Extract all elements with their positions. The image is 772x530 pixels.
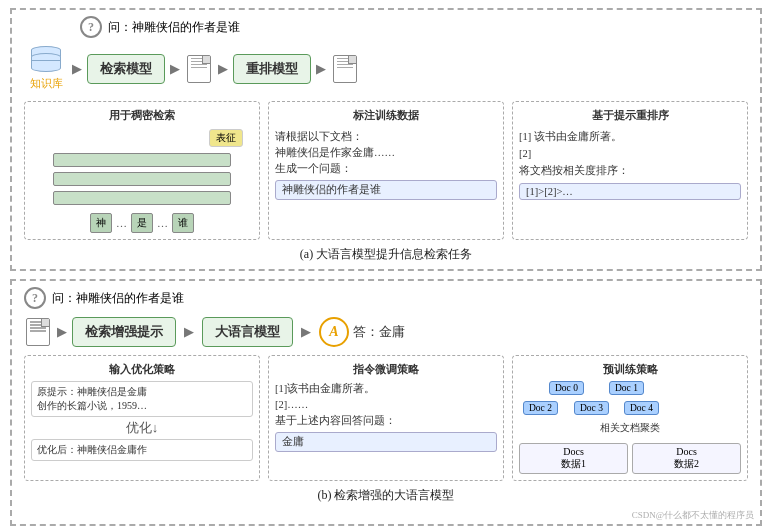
docs-box-2: Docs 数据2 (632, 443, 741, 474)
llm-box: 大语言模型 (202, 317, 293, 347)
training-line-1: 请根据以下文档： (275, 129, 497, 145)
data-label-2: 数据2 (637, 457, 736, 471)
training-query: 神雕侠侣的作者是谁 (275, 180, 497, 200)
docs-box-row: Docs 数据1 Docs 数据2 (519, 443, 741, 474)
cluster-label: 相关文档聚类 (519, 421, 741, 435)
token-3: 谁 (172, 213, 194, 233)
token-row: 神 … 是 … 谁 (31, 213, 253, 233)
arrow-3 (218, 61, 228, 77)
detail-box-retrieval: 用于稠密检索 表征 神 … 是 … 谁 (24, 101, 260, 240)
doc-3: Doc 3 (574, 401, 609, 415)
optimize-arrow: 优化↓ (31, 419, 253, 437)
training-line-2: 神雕侠侣是作家金庸…… (275, 145, 497, 161)
watermark: CSDN@什么都不太懂的程序员 (632, 509, 754, 522)
arrow-4 (316, 61, 326, 77)
bottom-arrow-2 (184, 324, 194, 340)
question-mark-icon: ? (80, 16, 102, 38)
detail-rerank-title: 基于提示重排序 (519, 108, 741, 123)
top-pipeline-row: 知识库 检索模型 重排模型 (20, 46, 752, 91)
bottom-doc-icon (26, 318, 50, 346)
bottom-section-label: (b) 检索增强的大语言模型 (20, 485, 752, 506)
doc-0: Doc 0 (549, 381, 584, 395)
bottom-instruct-title: 指令微调策略 (275, 362, 497, 377)
rerank-ranking: [1]>[2]>… (519, 183, 741, 200)
db-icon (31, 46, 63, 74)
top-section: ? 问：神雕侠侣的作者是谁 知识库 检索模型 (10, 8, 762, 271)
original-prompt-box: 原提示：神雕侠侣是金庸 创作的长篇小说，1959… (31, 381, 253, 417)
bottom-detail-box-pretrain: 预训练策略 Doc 0 Doc 1 Doc 2 Doc 3 Doc 4 相关文档… (512, 355, 748, 481)
original-prompt-text: 原提示：神雕侠侣是金庸 (37, 385, 247, 399)
answer-a-icon: A (329, 324, 338, 340)
detail-box-training: 标注训练数据 请根据以下文档： 神雕侠侣是作家金庸…… 生成一个问题： 神雕侠侣… (268, 101, 504, 240)
instruct-line-3: 基于上述内容回答问题： (275, 413, 497, 429)
token-1: 神 (90, 213, 112, 233)
docs-label-2: Docs (637, 446, 736, 457)
bottom-detail-box-instruct: 指令微调策略 [1]该书由金庸所著。 [2]…… 基于上述内容回答问题： 金庸 (268, 355, 504, 481)
doc-cluster: Doc 0 Doc 1 Doc 2 Doc 3 Doc 4 相关文档聚类 (519, 381, 741, 441)
repr-badge: 表征 (209, 129, 243, 147)
rerank-line-2: [2] (519, 146, 741, 163)
instruct-line-1: [1]该书由金庸所著。 (275, 381, 497, 397)
vector-bar-2 (53, 172, 231, 186)
vector-bar-1 (53, 153, 231, 167)
bottom-question-mark-icon: ? (24, 287, 46, 309)
main-container: ? 问：神雕侠侣的作者是谁 知识库 检索模型 (0, 0, 772, 530)
detail-retrieval-title: 用于稠密检索 (31, 108, 253, 123)
bottom-question-row: ? 问：神雕侠侣的作者是谁 (20, 287, 752, 309)
rerank-model-box: 重排模型 (233, 54, 311, 84)
doc-1: Doc 1 (609, 381, 644, 395)
retrieval-diagram: 表征 神 … 是 … 谁 (31, 129, 253, 233)
docs-box-1: Docs 数据1 (519, 443, 628, 474)
answer-bubble: A 答：金庸 (319, 317, 405, 347)
top-question-row: ? 问：神雕侠侣的作者是谁 (20, 16, 752, 38)
doc-4: Doc 4 (624, 401, 659, 415)
training-text: 请根据以下文档： 神雕侠侣是作家金庸…… 生成一个问题： (275, 129, 497, 176)
bottom-details-row: 输入优化策略 原提示：神雕侠侣是金庸 创作的长篇小说，1959… 优化↓ 优化后… (20, 355, 752, 481)
retrieval-aug-box: 检索增强提示 (72, 317, 176, 347)
instruct-text: [1]该书由金庸所著。 [2]…… 基于上述内容回答问题： (275, 381, 497, 428)
vector-bar-3 (53, 191, 231, 205)
doc-2: Doc 2 (523, 401, 558, 415)
top-section-label: (a) 大语言模型提升信息检索任务 (20, 244, 752, 265)
bottom-section: ? 问：神雕侠侣的作者是谁 检索增强提示 大语言模型 A 答：金庸 (10, 279, 762, 526)
bottom-detail-box-input: 输入优化策略 原提示：神雕侠侣是金庸 创作的长篇小说，1959… 优化↓ 优化后… (24, 355, 260, 481)
bottom-pretrain-title: 预训练策略 (519, 362, 741, 377)
top-question-text: 问：神雕侠侣的作者是谁 (108, 19, 240, 36)
answer-circle-icon: A (319, 317, 349, 347)
top-details-row: 用于稠密检索 表征 神 … 是 … 谁 (20, 101, 752, 240)
doc-icon-1 (187, 55, 211, 83)
bottom-input-title: 输入优化策略 (31, 362, 253, 377)
data-label-1: 数据1 (524, 457, 623, 471)
token-2: 是 (131, 213, 153, 233)
bottom-arrow-3 (301, 324, 311, 340)
arrow-1 (72, 61, 82, 77)
optimized-prompt-text: 优化后：神雕侠侣金庸作 (37, 443, 247, 457)
bottom-question-text: 问：神雕侠侣的作者是谁 (52, 290, 184, 307)
answer-text: 答：金庸 (353, 323, 405, 341)
rerank-line-3: 将文档按相关度排序： (519, 163, 741, 180)
bottom-pipeline-row: 检索增强提示 大语言模型 A 答：金庸 (20, 317, 752, 347)
arrow-2 (170, 61, 180, 77)
retrieval-model-box: 检索模型 (87, 54, 165, 84)
detail-training-title: 标注训练数据 (275, 108, 497, 123)
bottom-arrow-1 (57, 324, 67, 340)
instruct-line-2: [2]…… (275, 397, 497, 413)
rerank-line-1: [1] 该书由金庸所著。 (519, 129, 741, 146)
knowledge-base: 知识库 (30, 46, 63, 91)
original-prompt-text2: 创作的长篇小说，1959… (37, 399, 247, 413)
detail-box-rerank: 基于提示重排序 [1] 该书由金庸所著。 [2] 将文档按相关度排序： [1]>… (512, 101, 748, 240)
rerank-text: [1] 该书由金庸所著。 [2] 将文档按相关度排序： (519, 129, 741, 179)
optimized-prompt-box: 优化后：神雕侠侣金庸作 (31, 439, 253, 461)
doc-icon-2 (333, 55, 357, 83)
instruct-answer: 金庸 (275, 432, 497, 452)
training-line-3: 生成一个问题： (275, 161, 497, 177)
docs-label-1: Docs (524, 446, 623, 457)
kb-label: 知识库 (30, 76, 63, 91)
